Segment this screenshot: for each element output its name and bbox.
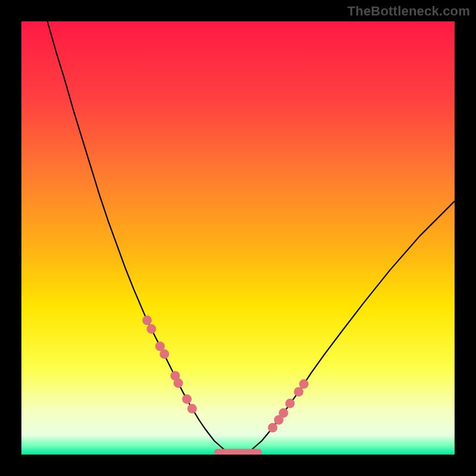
data-point	[268, 423, 277, 433]
data-point	[182, 394, 192, 404]
data-point	[278, 408, 288, 418]
gradient-background	[21, 21, 455, 455]
data-point	[174, 378, 183, 388]
data-point	[187, 404, 197, 414]
data-point	[146, 324, 156, 334]
chart-frame: TheBottleneck.com	[0, 0, 476, 476]
data-point	[299, 379, 309, 389]
data-point	[159, 349, 169, 359]
min-plateau	[214, 449, 262, 455]
chart-svg	[21, 21, 455, 455]
plot-area	[21, 21, 455, 455]
data-point	[285, 399, 295, 408]
watermark-text: TheBottleneck.com	[347, 4, 470, 19]
data-point	[294, 387, 303, 396]
data-point	[142, 315, 152, 325]
